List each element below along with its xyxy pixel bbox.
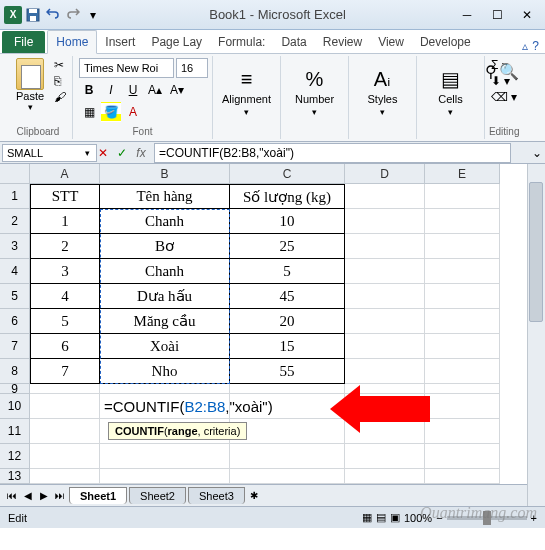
cell[interactable] <box>425 184 500 209</box>
new-sheet-icon[interactable]: ✱ <box>246 487 262 505</box>
row-header[interactable]: 5 <box>0 284 30 309</box>
active-cell[interactable]: =COUNTIF(B2:B8,"xoài") <box>100 394 230 419</box>
close-button[interactable]: ✕ <box>513 5 541 25</box>
minimize-ribbon-icon[interactable]: ▵ <box>522 39 528 53</box>
cell[interactable]: 5 <box>30 309 100 334</box>
namebox-dropdown-icon[interactable]: ▾ <box>85 148 90 158</box>
cell[interactable]: Măng cầu <box>100 309 230 334</box>
expand-formula-bar-icon[interactable]: ⌄ <box>529 146 545 160</box>
cell[interactable]: Nho <box>100 359 230 384</box>
format-painter-icon[interactable]: 🖌 <box>54 90 66 104</box>
qat-dropdown-icon[interactable]: ▾ <box>84 6 102 24</box>
zoom-thumb[interactable] <box>483 511 491 525</box>
formula-bar[interactable]: =COUNTIF(B2:B8,"xoài") <box>154 143 511 163</box>
cell[interactable] <box>100 444 230 469</box>
cell[interactable]: 10 <box>230 209 345 234</box>
name-box[interactable] <box>2 144 97 162</box>
redo-icon[interactable] <box>64 6 82 24</box>
cell[interactable] <box>345 184 425 209</box>
sheet-tab[interactable]: Sheet3 <box>188 487 245 504</box>
fill-color-button[interactable]: 🪣 <box>101 102 121 122</box>
cell[interactable]: Xoài <box>100 334 230 359</box>
cell[interactable]: Chanh <box>100 259 230 284</box>
row-header[interactable]: 7 <box>0 334 30 359</box>
clear-icon[interactable]: ⌫ ▾ <box>491 90 517 104</box>
row-header[interactable]: 10 <box>0 394 30 419</box>
vertical-scrollbar[interactable] <box>527 164 545 506</box>
underline-button[interactable]: U <box>123 80 143 100</box>
cell[interactable] <box>425 334 500 359</box>
font-name-select[interactable] <box>79 58 174 78</box>
italic-button[interactable]: I <box>101 80 121 100</box>
cell[interactable] <box>345 209 425 234</box>
row-header[interactable]: 11 <box>0 419 30 444</box>
cell[interactable] <box>230 384 345 394</box>
cell[interactable] <box>425 469 500 484</box>
cell[interactable] <box>30 384 100 394</box>
cell[interactable]: 55 <box>230 359 345 384</box>
row-header[interactable]: 4 <box>0 259 30 284</box>
cell[interactable]: 15 <box>230 334 345 359</box>
cell[interactable] <box>230 469 345 484</box>
cell[interactable] <box>425 309 500 334</box>
col-header-E[interactable]: E <box>425 164 500 184</box>
cell[interactable]: 6 <box>30 334 100 359</box>
select-all-corner[interactable] <box>0 164 30 184</box>
file-tab[interactable]: File <box>2 31 45 53</box>
col-header-D[interactable]: D <box>345 164 425 184</box>
cell[interactable] <box>425 394 500 419</box>
border-button[interactable]: ▦ <box>79 102 99 122</box>
cell[interactable] <box>345 284 425 309</box>
cell[interactable] <box>425 284 500 309</box>
row-header[interactable]: 9 <box>0 384 30 394</box>
view-pagelayout-icon[interactable]: ▤ <box>376 511 386 524</box>
alignment-button[interactable]: ≡ Alignment ▾ <box>219 58 274 126</box>
cell[interactable] <box>425 234 500 259</box>
cut-icon[interactable]: ✂ <box>54 58 66 72</box>
zoom-level[interactable]: 100% <box>404 512 432 524</box>
cell[interactable]: Số lượng (kg) <box>230 184 345 209</box>
cell[interactable]: 20 <box>230 309 345 334</box>
excel-icon[interactable]: X <box>4 6 22 24</box>
worksheet-grid[interactable]: A B C D E 1 STT Tên hàng Số lượng (kg) 2… <box>0 164 545 484</box>
cell[interactable]: STT <box>30 184 100 209</box>
cell[interactable] <box>30 444 100 469</box>
styles-button[interactable]: Aᵢ Styles ▾ <box>355 58 410 126</box>
cell[interactable] <box>425 259 500 284</box>
cell[interactable] <box>345 444 425 469</box>
tab-review[interactable]: Review <box>315 31 370 53</box>
enter-formula-icon[interactable]: ✓ <box>113 144 131 162</box>
cell[interactable] <box>425 209 500 234</box>
sheet-nav-prev-icon[interactable]: ◀ <box>20 487 36 505</box>
font-size-select[interactable] <box>176 58 208 78</box>
tab-developer[interactable]: Develope <box>412 31 479 53</box>
row-header[interactable]: 6 <box>0 309 30 334</box>
row-header[interactable]: 1 <box>0 184 30 209</box>
shrink-font-icon[interactable]: A▾ <box>167 80 187 100</box>
cell[interactable] <box>425 419 500 444</box>
cell[interactable]: 4 <box>30 284 100 309</box>
tab-formulas[interactable]: Formula: <box>210 31 273 53</box>
scrollbar-thumb[interactable] <box>529 182 543 322</box>
view-normal-icon[interactable]: ▦ <box>362 511 372 524</box>
col-header-A[interactable]: A <box>30 164 100 184</box>
cell[interactable]: 3 <box>30 259 100 284</box>
sheet-nav-first-icon[interactable]: ⏮ <box>4 487 20 505</box>
find-icon[interactable]: 🔍 <box>499 62 519 81</box>
zoom-out-button[interactable]: − <box>436 512 442 524</box>
cell[interactable] <box>30 394 100 419</box>
sheet-tab[interactable]: Sheet2 <box>129 487 186 504</box>
zoom-in-button[interactable]: + <box>531 512 537 524</box>
tab-data[interactable]: Data <box>273 31 314 53</box>
tab-insert[interactable]: Insert <box>97 31 143 53</box>
cell[interactable] <box>345 259 425 284</box>
cell[interactable]: Tên hàng <box>100 184 230 209</box>
col-header-C[interactable]: C <box>230 164 345 184</box>
help-icon[interactable]: ? <box>532 39 539 53</box>
zoom-slider[interactable] <box>447 516 527 520</box>
cell[interactable] <box>230 444 345 469</box>
cell[interactable] <box>425 384 500 394</box>
cells-button[interactable]: ▤ Cells ▾ <box>423 58 478 126</box>
cell[interactable] <box>345 309 425 334</box>
row-header[interactable]: 3 <box>0 234 30 259</box>
